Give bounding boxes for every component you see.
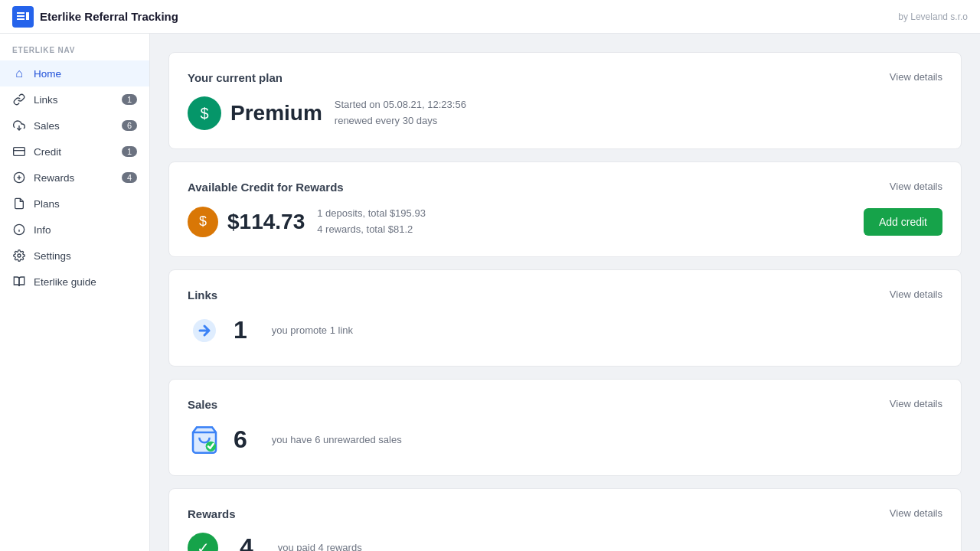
header: Eterlike Referral Tracking by Leveland s…: [0, 0, 980, 34]
links-card-title: Links: [188, 289, 217, 302]
sales-card: Sales View details 6 you have 6 unreward…: [168, 379, 962, 476]
sidebar-label-guide: Eterlike guide: [34, 276, 137, 288]
sales-view-details[interactable]: View details: [890, 398, 942, 409]
sidebar-label-plans: Plans: [34, 198, 137, 210]
guide-icon: [12, 275, 26, 289]
plan-view-details[interactable]: View details: [890, 71, 942, 83]
plan-name: Premium: [230, 101, 322, 126]
rewards-check-icon: ✓: [188, 533, 218, 551]
links-view-details[interactable]: View details: [890, 289, 942, 300]
credit-deposits: 1 deposits, total $195.93: [317, 206, 864, 222]
rewards-card-header: Rewards View details: [188, 507, 942, 520]
sidebar: ETERLIKE NAV ⌂ Home Links 1 Sales 6 Cred…: [0, 34, 150, 551]
links-icon: [12, 93, 26, 106]
sidebar-item-sales[interactable]: Sales 6: [0, 112, 149, 139]
links-count: 1: [234, 316, 247, 344]
credit-card: Available Credit for Rewards View detail…: [168, 161, 962, 257]
credit-content: $ $114.73 1 deposits, total $195.93 4 re…: [188, 206, 942, 238]
credit-rewards-total: 4 rewards, total $81.2: [317, 222, 864, 238]
sidebar-item-settings[interactable]: Settings: [0, 243, 149, 269]
brand-name: Eterlike Referral Tracking: [40, 10, 178, 23]
home-icon: ⌂: [12, 67, 26, 80]
brand: Eterlike Referral Tracking: [12, 6, 178, 28]
credit-amount: $114.73: [227, 210, 305, 234]
links-stat-icon: [188, 314, 221, 347]
sales-card-title: Sales: [188, 398, 217, 411]
plan-card: Your current plan View details $ Premium…: [168, 52, 962, 149]
rewards-icon: [12, 171, 26, 184]
links-card-header: Links View details: [188, 289, 942, 302]
add-credit-button[interactable]: Add credit: [864, 208, 942, 236]
plan-started: Started on 05.08.21, 12:23:56: [335, 97, 466, 113]
rewards-desc: you paid 4 rewards: [278, 542, 362, 551]
links-card: Links View details 1 you promote 1 link: [168, 269, 962, 367]
credit-card-title: Available Credit for Rewards: [188, 181, 344, 194]
sales-count: 6: [234, 425, 247, 454]
svg-rect-0: [17, 12, 24, 14]
sales-stat-icon: [188, 423, 221, 457]
info-icon: [12, 223, 26, 236]
svg-point-13: [18, 254, 21, 257]
sidebar-label-links: Links: [34, 94, 114, 106]
sidebar-label-info: Info: [34, 224, 137, 236]
sidebar-badge-rewards: 4: [122, 172, 137, 183]
sidebar-item-links[interactable]: Links 1: [0, 86, 149, 112]
logo: [12, 6, 34, 28]
plan-renewed: renewed every 30 days: [335, 113, 466, 129]
sidebar-badge-links: 1: [122, 94, 137, 105]
sales-card-header: Sales View details: [188, 398, 942, 411]
header-by: by Leveland s.r.o: [898, 11, 968, 22]
main-content: Your current plan View details $ Premium…: [150, 34, 980, 551]
sales-desc: you have 6 unrewarded sales: [272, 434, 402, 445]
rewards-stat-content: ✓ 4 you paid 4 rewards: [188, 533, 942, 551]
sales-stat-content: 6 you have 6 unrewarded sales: [188, 423, 942, 457]
credit-coin-icon: $: [188, 207, 218, 237]
sidebar-item-guide[interactable]: Eterlike guide: [0, 269, 149, 295]
sidebar-item-rewards[interactable]: Rewards 4: [0, 165, 149, 191]
sidebar-item-home[interactable]: ⌂ Home: [0, 60, 149, 86]
credit-view-details[interactable]: View details: [890, 181, 942, 192]
credit-icon: [12, 145, 26, 158]
links-stat-content: 1 you promote 1 link: [188, 314, 942, 347]
sidebar-item-info[interactable]: Info: [0, 217, 149, 243]
credit-card-header: Available Credit for Rewards View detail…: [188, 181, 942, 194]
sidebar-label-credit: Credit: [34, 146, 114, 158]
rewards-card-title: Rewards: [188, 507, 236, 520]
rewards-count: 4: [240, 533, 253, 551]
sidebar-label-rewards: Rewards: [34, 172, 114, 184]
sidebar-item-credit[interactable]: Credit 1: [0, 139, 149, 165]
settings-icon: [12, 249, 26, 262]
sales-icon: [12, 119, 26, 132]
sidebar-badge-sales: 6: [122, 120, 137, 131]
plan-icon: $: [188, 96, 221, 130]
svg-rect-2: [17, 18, 24, 20]
sidebar-item-plans[interactable]: Plans: [0, 191, 149, 217]
svg-rect-5: [14, 148, 25, 156]
links-desc: you promote 1 link: [272, 324, 353, 336]
sidebar-label-home: Home: [34, 68, 137, 80]
credit-info: 1 deposits, total $195.93 4 rewards, tot…: [317, 206, 864, 238]
rewards-card: Rewards View details ✓ 4 you paid 4 rewa…: [168, 488, 962, 551]
sidebar-label-settings: Settings: [34, 250, 137, 262]
svg-rect-3: [26, 12, 29, 20]
plan-info: Started on 05.08.21, 12:23:56 renewed ev…: [335, 97, 466, 129]
sidebar-section-label: ETERLIKE NAV: [0, 46, 149, 60]
rewards-view-details[interactable]: View details: [890, 507, 942, 519]
sidebar-badge-credit: 1: [122, 146, 137, 157]
plan-card-header: Your current plan View details: [188, 71, 942, 84]
plan-content: $ Premium Started on 05.08.21, 12:23:56 …: [188, 96, 942, 130]
svg-rect-1: [17, 15, 24, 17]
plan-card-title: Your current plan: [188, 71, 283, 84]
sidebar-label-sales: Sales: [34, 120, 114, 132]
plans-icon: [12, 197, 26, 210]
